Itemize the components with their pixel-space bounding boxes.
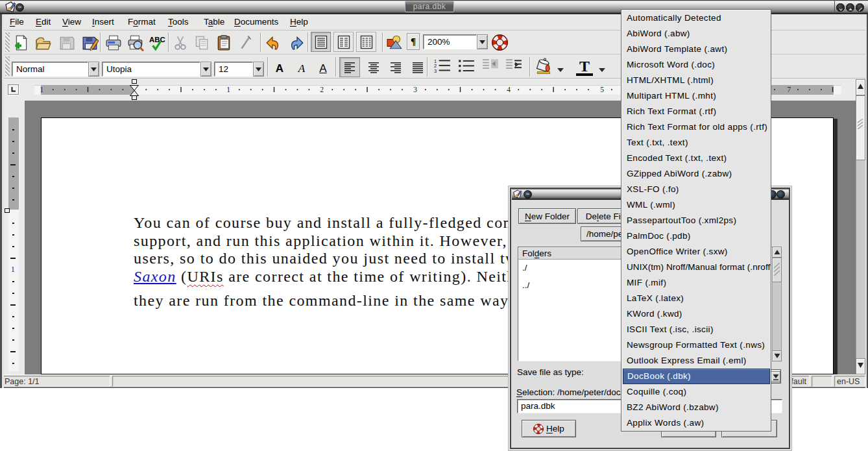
svg-text:3: 3 bbox=[434, 68, 437, 74]
svg-text:ABC: ABC bbox=[149, 36, 165, 43]
